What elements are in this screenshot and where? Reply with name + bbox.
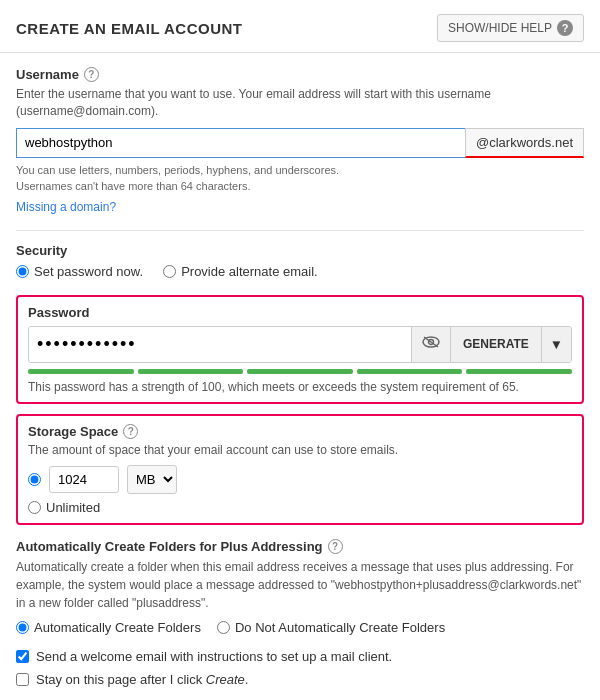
strength-bar-3 bbox=[247, 369, 353, 374]
no-auto-create-radio[interactable] bbox=[217, 621, 230, 634]
strength-bar-4 bbox=[357, 369, 463, 374]
strength-bar-2 bbox=[138, 369, 244, 374]
auto-folders-description: Automatically create a folder when this … bbox=[16, 558, 584, 612]
strength-bars bbox=[28, 369, 572, 374]
show-hide-label: SHOW/HIDE HELP bbox=[448, 21, 552, 35]
auto-folders-info-icon[interactable]: ? bbox=[328, 539, 343, 554]
auto-folders-section: Automatically Create Folders for Plus Ad… bbox=[16, 539, 584, 635]
page-header: CREATE AN EMAIL ACCOUNT SHOW/HIDE HELP ? bbox=[0, 0, 600, 53]
storage-custom-radio[interactable] bbox=[28, 473, 41, 486]
page-title: CREATE AN EMAIL ACCOUNT bbox=[16, 20, 243, 37]
alternate-email-radio[interactable] bbox=[163, 265, 176, 278]
security-section: Security Set password now. Provide alter… bbox=[16, 243, 584, 279]
toggle-password-button[interactable] bbox=[411, 327, 450, 362]
storage-input-row: MB GB bbox=[28, 465, 572, 494]
main-content: Username ? Enter the username that you w… bbox=[0, 53, 600, 700]
security-radio-group: Set password now. Provide alternate emai… bbox=[16, 264, 584, 279]
alternate-email-option[interactable]: Provide alternate email. bbox=[163, 264, 318, 279]
strength-bar-5 bbox=[466, 369, 572, 374]
password-label: Password bbox=[28, 305, 572, 320]
username-hint: You can use letters, numbers, periods, h… bbox=[16, 162, 584, 195]
username-description: Enter the username that you want to use.… bbox=[16, 86, 584, 120]
set-password-radio[interactable] bbox=[16, 265, 29, 278]
strength-bar-1 bbox=[28, 369, 134, 374]
auto-folders-options: Automatically Create Folders Do Not Auto… bbox=[16, 620, 584, 635]
strength-text: This password has a strength of 100, whi… bbox=[28, 380, 572, 394]
welcome-email-label[interactable]: Send a welcome email with instructions t… bbox=[36, 649, 392, 664]
divider-1 bbox=[16, 230, 584, 231]
storage-size-input[interactable] bbox=[49, 466, 119, 493]
username-input-row: @clarkwords.net bbox=[16, 128, 584, 158]
storage-unlimited-radio[interactable] bbox=[28, 501, 41, 514]
no-auto-create-option[interactable]: Do Not Automatically Create Folders bbox=[217, 620, 445, 635]
welcome-email-checkbox[interactable] bbox=[16, 650, 29, 663]
auto-create-radio[interactable] bbox=[16, 621, 29, 634]
username-section: Username ? Enter the username that you w… bbox=[16, 67, 584, 214]
page-container: CREATE AN EMAIL ACCOUNT SHOW/HIDE HELP ?… bbox=[0, 0, 600, 700]
stay-on-page-row: Stay on this page after I click Create. bbox=[16, 672, 584, 687]
username-info-icon[interactable]: ? bbox=[84, 67, 99, 82]
storage-unit-select[interactable]: MB GB bbox=[127, 465, 177, 494]
welcome-email-row: Send a welcome email with instructions t… bbox=[16, 649, 584, 664]
username-label: Username ? bbox=[16, 67, 584, 82]
storage-label: Storage Space ? bbox=[28, 424, 572, 439]
generate-dropdown-button[interactable]: ▼ bbox=[541, 327, 571, 362]
set-password-option[interactable]: Set password now. bbox=[16, 264, 143, 279]
stay-on-page-label[interactable]: Stay on this page after I click Create. bbox=[36, 672, 248, 687]
show-hide-help-button[interactable]: SHOW/HIDE HELP ? bbox=[437, 14, 584, 42]
password-input[interactable] bbox=[29, 327, 411, 362]
domain-suffix: @clarkwords.net bbox=[465, 128, 584, 158]
password-section: Password GENERATE ▼ bbox=[16, 295, 584, 404]
auto-folders-title: Automatically Create Folders for Plus Ad… bbox=[16, 539, 584, 554]
missing-domain-link[interactable]: Missing a domain? bbox=[16, 200, 116, 214]
storage-section: Storage Space ? The amount of space that… bbox=[16, 414, 584, 525]
stay-on-page-checkbox[interactable] bbox=[16, 673, 29, 686]
password-row: GENERATE ▼ bbox=[28, 326, 572, 363]
security-label: Security bbox=[16, 243, 584, 258]
username-input[interactable] bbox=[16, 128, 465, 158]
auto-create-option[interactable]: Automatically Create Folders bbox=[16, 620, 201, 635]
eye-icon bbox=[422, 335, 440, 349]
storage-info-icon[interactable]: ? bbox=[123, 424, 138, 439]
storage-description: The amount of space that your email acco… bbox=[28, 443, 572, 457]
generate-button[interactable]: GENERATE bbox=[450, 327, 541, 362]
unlimited-option[interactable]: Unlimited bbox=[28, 500, 572, 515]
help-icon: ? bbox=[557, 20, 573, 36]
